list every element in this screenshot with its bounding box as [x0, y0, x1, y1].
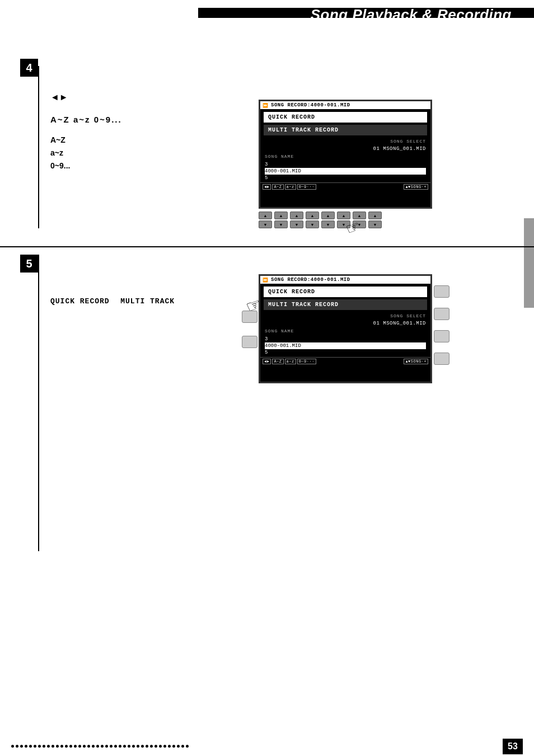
btn-up-4[interactable] [306, 212, 319, 219]
btn-pair-1[interactable] [259, 212, 272, 228]
side-btn-right-1[interactable] [434, 285, 449, 298]
btn-down-5[interactable] [321, 220, 335, 228]
section4-az-lower: a~z [50, 148, 63, 157]
btn-down-4[interactable] [306, 220, 319, 228]
btn-down-3[interactable] [290, 220, 303, 228]
section4-az-num: 0~9... [50, 161, 70, 170]
btn-up-2[interactable] [274, 212, 288, 219]
side-btn-right-4[interactable] [434, 353, 449, 365]
btn-pair-5[interactable] [321, 212, 335, 228]
lcd4-title-bar: ⏩ SONG RECORD:4000-001.MID [260, 101, 430, 110]
btn-pair-2[interactable] [274, 212, 288, 228]
section4-charset: A~Z a~z 0~9... [50, 115, 122, 124]
section5-vline [38, 255, 39, 551]
side-btn-right-3[interactable] [434, 330, 449, 342]
lcd5-song-name: SONG NAME 3 4000-001.MID 5 [260, 327, 430, 357]
btn-pair-3[interactable] [290, 212, 303, 228]
btn-up-3[interactable] [290, 212, 303, 219]
side-btn-left-2[interactable] [242, 336, 257, 348]
section4-az-upper: A~Z [50, 135, 65, 144]
btn-down-1[interactable] [259, 220, 272, 228]
page-footer: 53 [0, 736, 534, 756]
page-number: 53 [503, 739, 523, 754]
btn-up-8[interactable] [368, 212, 382, 219]
section4-arrow: ◄► [50, 92, 68, 102]
side-btn-left-1[interactable] [242, 311, 257, 323]
btn-pair-8[interactable] [368, 212, 382, 228]
lcd5-bottom-bar: ◄► A~Z a~z 0~9··· ▲▼SONG·+ [260, 357, 430, 365]
gray-tab [524, 218, 534, 308]
lcd5-song-select: SONG SELECT 01 MSONG_001.MID [260, 312, 430, 327]
page-header: Song Playback & Recording [0, 0, 534, 29]
section5-label: QUICK RECORD MULTI TRACK [50, 297, 175, 306]
lcd4-song-name: SONG NAME 3 4000-001.MID 5 [260, 153, 430, 182]
lcd5-title-bar: ⏩ SONG RECORD:4000-001.MID [260, 276, 430, 284]
btn-down-8[interactable] [368, 220, 382, 228]
btn-up-5[interactable] [321, 212, 335, 219]
btn-up-1[interactable] [259, 212, 272, 219]
button-array-4[interactable] [259, 212, 382, 228]
page-title: Song Playback & Recording [311, 6, 517, 24]
lcd4-bottom-bar: ◄► A~Z a~z 0~9··· ▲▼SONG·+ [260, 182, 430, 191]
btn-down-2[interactable] [274, 220, 288, 228]
step5-box: 5 [20, 255, 38, 273]
lcd4-song-select: SONG SELECT 01 MSONG_001.MID [260, 138, 430, 153]
lcd4-quick-record: QUICK RECORD [264, 112, 427, 123]
lcd-screen-5: ⏩ SONG RECORD:4000-001.MID QUICK RECORD … [259, 274, 432, 383]
step4-box: 4 [20, 59, 38, 77]
lcd-screen-4: ⏩ SONG RECORD:4000-001.MID QUICK RECORD … [259, 100, 432, 209]
lcd5-quick-record: QUICK RECORD [264, 287, 427, 297]
lcd4-multi-track: MULTI TRACK RECORD [264, 125, 427, 135]
lcd5-multi-track: MULTI TRACK RECORD [264, 299, 427, 310]
side-btn-right-2[interactable] [434, 308, 449, 320]
btn-up-6[interactable] [337, 212, 350, 219]
section4-vline [38, 66, 39, 228]
btn-pair-4[interactable] [306, 212, 319, 228]
footer-dots-left [11, 745, 189, 748]
divider [0, 246, 534, 247]
